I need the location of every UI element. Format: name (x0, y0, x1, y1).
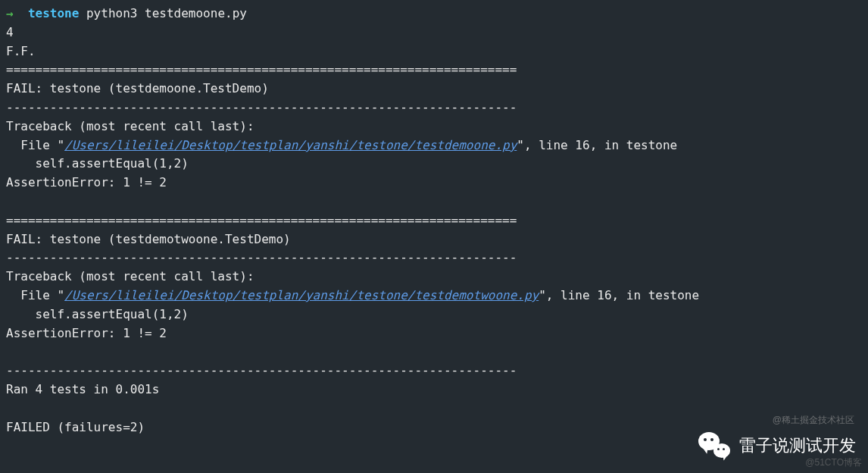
separator-line: ========================================… (6, 61, 862, 80)
file-link[interactable]: /Users/lileilei/Desktop/testplan/yanshi/… (64, 288, 539, 302)
summary-ran: Ran 4 tests in 0.001s (6, 381, 862, 399)
traceback-file-line: File "/Users/lileilei/Desktop/testplan/y… (6, 287, 862, 305)
output-line: F.F. (6, 42, 862, 61)
prompt-command: python3 testdemoone.py (86, 6, 247, 20)
watermark-juejin: @稀土掘金技术社区 (773, 413, 854, 428)
output-line: 4 (6, 23, 862, 42)
watermark-cto: @51CTO博客 (805, 456, 862, 470)
dash-line: ----------------------------------------… (6, 249, 862, 268)
wechat-icon (698, 432, 730, 459)
terminal-output[interactable]: → testone python3 testdemoone.py 4 F.F. … (6, 5, 862, 437)
prompt-arrow: → (6, 6, 14, 20)
file-link[interactable]: /Users/lileilei/Desktop/testplan/yanshi/… (64, 138, 517, 152)
blank-line (6, 399, 862, 418)
prompt-dir: testone (28, 6, 79, 20)
traceback-code-line: self.assertEqual(1,2) (6, 305, 862, 324)
traceback-header: Traceback (most recent call last): (6, 268, 862, 287)
fail-header: FAIL: testone (testdemoone.TestDemo) (6, 80, 862, 99)
fail-header: FAIL: testone (testdemotwoone.TestDemo) (6, 230, 862, 249)
blank-line (6, 193, 862, 211)
prompt-line: → testone python3 testdemoone.py (6, 5, 862, 23)
dash-line: ----------------------------------------… (6, 99, 862, 117)
dash-line: ----------------------------------------… (6, 362, 862, 381)
assertion-error: AssertionError: 1 != 2 (6, 174, 862, 193)
assertion-error: AssertionError: 1 != 2 (6, 324, 862, 343)
separator-line: ========================================… (6, 211, 862, 230)
wechat-name: 雷子说测试开发 (739, 433, 856, 459)
traceback-code-line: self.assertEqual(1,2) (6, 155, 862, 174)
blank-line (6, 343, 862, 362)
traceback-header: Traceback (most recent call last): (6, 117, 862, 136)
traceback-file-line: File "/Users/lileilei/Desktop/testplan/y… (6, 136, 862, 155)
